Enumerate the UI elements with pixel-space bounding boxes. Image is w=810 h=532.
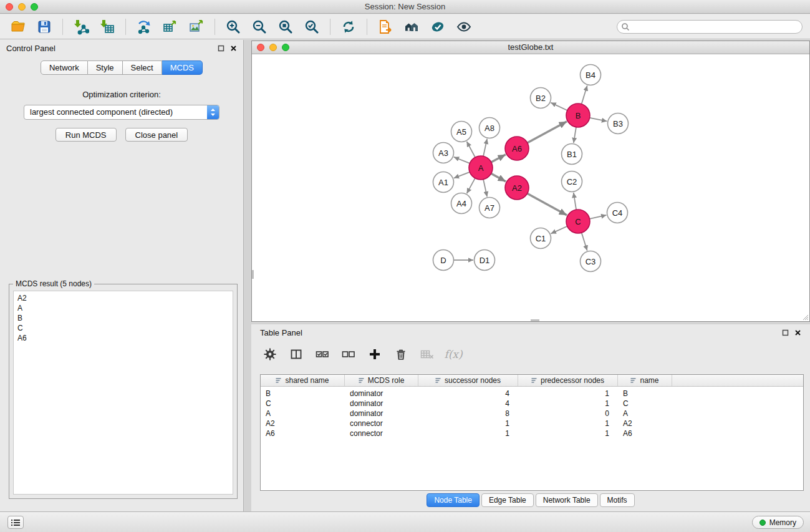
table-cell[interactable]: 1 [518,419,618,428]
mcds-result-item[interactable]: C [17,323,229,333]
table-cell[interactable]: 1 [518,429,618,438]
zoom-network-window-button[interactable] [282,44,289,51]
graph-node-B[interactable]: B [566,104,590,127]
float-panel-icon[interactable] [782,329,789,336]
graph-edge-B-B2[interactable] [551,103,567,110]
tab-network[interactable]: Network [41,60,88,75]
graph-edge-C-C1[interactable] [551,226,567,234]
horizontal-scroll-mark[interactable] [531,319,539,321]
graph-node-C4[interactable]: C4 [607,203,628,223]
network-canvas[interactable]: AA1A2A3A4A5A6A7A8BB1B2B3B4CC1C2C3C4DD1 [252,54,809,321]
clear-selection-button[interactable] [341,347,356,362]
criterion-select[interactable]: largest connected component (directed) [24,105,219,120]
open-session-button[interactable] [7,17,29,37]
zoom-out-button[interactable] [249,17,270,37]
graph-node-A7[interactable]: A7 [480,198,500,218]
show-columns-button[interactable] [289,347,304,362]
import-table-from-file-button[interactable] [97,17,118,37]
graph-node-C[interactable]: C [566,210,590,233]
graph-node-A3[interactable]: A3 [433,143,454,163]
export-table-button[interactable] [160,17,181,37]
close-panel-icon[interactable] [230,45,237,52]
graph-node-B4[interactable]: B4 [581,65,601,85]
close-panel-button[interactable]: Close panel [125,128,188,142]
table-cell[interactable]: dominator [345,389,418,398]
float-panel-icon[interactable] [218,45,224,52]
table-row[interactable]: Bdominator41B [261,389,803,399]
graph-node-A4[interactable]: A4 [451,193,472,214]
column-header-MCDS-role[interactable]: MCDS role [345,375,418,386]
table-cell[interactable]: A [618,409,672,418]
zoom-fit-button[interactable] [275,17,296,37]
graph-edge-B-B1[interactable] [574,127,576,143]
graph-edge-A6-B[interactable] [528,122,567,143]
graph-edge-A-A5[interactable] [466,142,475,157]
table-cell[interactable]: C [261,399,345,408]
graph-edge-B-B4[interactable] [582,85,587,104]
close-window-button[interactable] [6,3,13,11]
mcds-result-item[interactable]: A2 [17,293,229,303]
minimize-network-window-button[interactable] [269,44,277,51]
graph-node-A2[interactable]: A2 [505,176,529,200]
export-network-button[interactable] [133,17,155,37]
resize-handle[interactable] [801,313,809,321]
graph-edge-C-C3[interactable] [582,233,587,251]
open-network-document-button[interactable] [375,17,396,37]
table-row[interactable]: Cdominator41C [261,399,803,409]
graph-edge-A-A3[interactable] [454,157,470,163]
column-header-predecessor-nodes[interactable]: predecessor nodes [518,375,618,386]
tab-style[interactable]: Style [88,60,123,75]
table-cell[interactable]: B [261,389,345,398]
home-views-button[interactable] [401,17,422,37]
mcds-result-item[interactable]: B [17,313,229,323]
table-row[interactable]: A6connector11A6 [261,428,803,438]
graph-node-D[interactable]: D [433,250,454,271]
apply-layout-button[interactable] [338,17,359,37]
graph-edge-C-C4[interactable] [590,215,607,219]
graph-edge-A-A2[interactable] [491,173,506,181]
table-cell[interactable]: 1 [418,419,518,428]
column-header-shared-name[interactable]: shared name [261,375,345,386]
column-header-name[interactable]: name [618,375,672,386]
save-session-button[interactable] [34,17,55,37]
show-graphics-details-button[interactable] [453,17,475,37]
graph-edge-A-A6[interactable] [491,155,506,162]
table-cell[interactable]: 0 [518,409,618,418]
validate-style-button[interactable] [427,17,448,37]
delete-table-button[interactable] [420,347,435,362]
graph-node-A1[interactable]: A1 [433,172,454,193]
task-history-button[interactable] [7,516,24,529]
export-image-button[interactable] [186,17,207,37]
table-row[interactable]: A2connector11A2 [261,418,803,428]
close-panel-icon[interactable] [794,329,801,336]
table-cell[interactable]: 4 [418,399,518,408]
import-network-from-file-button[interactable] [70,17,92,37]
graph-edge-A2-C[interactable] [528,193,567,215]
tab-mcds[interactable]: MCDS [162,60,203,75]
table-cell[interactable]: 1 [518,399,618,408]
graph-node-A8[interactable]: A8 [480,118,500,138]
tab-network-table[interactable]: Network Table [536,493,598,507]
mcds-result-item[interactable]: A [17,303,229,313]
table-cell[interactable]: A [261,409,345,418]
graph-node-B2[interactable]: B2 [531,88,551,109]
table-cell[interactable]: A2 [618,419,672,428]
memory-button[interactable]: Memory [752,516,804,529]
zoom-selected-button[interactable] [301,17,322,37]
select-all-rows-button[interactable] [315,347,330,362]
table-cell[interactable]: connector [345,429,418,438]
zoom-window-button[interactable] [31,3,38,11]
graph-edge-A-A4[interactable] [467,178,475,193]
table-cell[interactable]: 1 [518,389,618,398]
graph-node-A[interactable]: A [469,156,493,180]
mcds-result-item[interactable]: A6 [17,333,229,343]
table-cell[interactable]: 8 [418,409,518,418]
tab-node-table[interactable]: Node Table [427,493,480,507]
tab-edge-table[interactable]: Edge Table [481,493,534,507]
graph-node-B3[interactable]: B3 [608,114,629,134]
graph-edge-A-A1[interactable] [454,172,470,178]
column-header-successor-nodes[interactable]: successor nodes [418,375,518,386]
minimize-window-button[interactable] [18,3,26,11]
graph-edge-B-B3[interactable] [590,118,607,122]
graph-node-D1[interactable]: D1 [475,250,495,271]
